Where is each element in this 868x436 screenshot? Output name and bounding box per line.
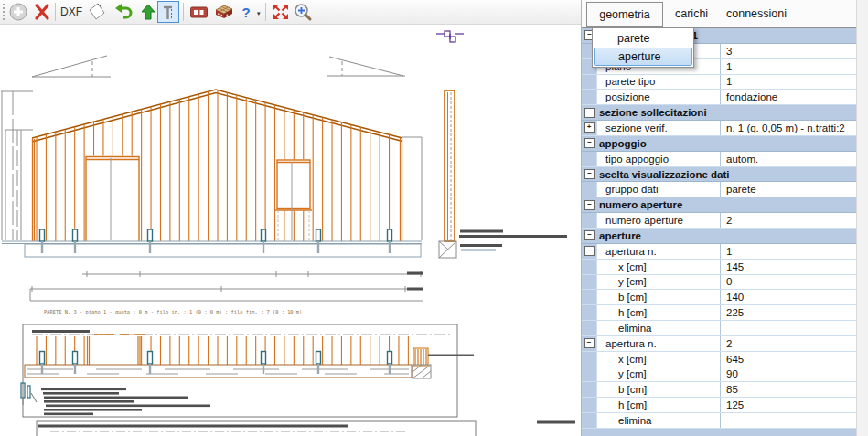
grid-row-elimina[interactable]: elimina <box>582 413 856 429</box>
connector-symbol-icon <box>436 31 464 42</box>
grid-row-tipo-appoggio[interactable]: tipo appoggioautom. <box>582 152 856 167</box>
tab-carichi[interactable]: carichi <box>675 0 708 27</box>
tab-connessioni[interactable]: connessioni <box>726 0 787 27</box>
undo-button[interactable] <box>113 1 134 23</box>
row-value[interactable]: 145 <box>721 261 856 272</box>
expander-icon[interactable]: − <box>584 338 595 348</box>
row-value[interactable]: parete <box>721 184 856 195</box>
expander-icon[interactable]: − <box>584 230 595 240</box>
help-dropdown-arrow-icon[interactable]: ▾ <box>257 10 261 17</box>
grid-row-posizione[interactable]: posizionefondazione <box>582 90 856 105</box>
grid-row-appoggio[interactable]: −appoggio <box>582 136 856 152</box>
row-value[interactable]: 90 <box>721 368 856 379</box>
grid-row-numero-aperture[interactable]: −numero aperture <box>582 197 856 213</box>
window-opening <box>275 160 312 210</box>
delete-icon <box>32 2 52 22</box>
menu-item-aperture[interactable]: aperture <box>594 48 692 66</box>
row-margin <box>582 413 597 428</box>
row-value[interactable]: 1 <box>721 61 856 72</box>
tab-geometria[interactable]: geometria <box>586 2 663 27</box>
row-value[interactable]: 645 <box>721 354 856 365</box>
row-label: apertura n. <box>597 244 721 259</box>
section-label: scelta visualizzazione dati <box>599 169 730 180</box>
grid-row-scelta-visualizzazione-dati[interactable]: −scelta visualizzazione dati <box>582 167 856 183</box>
row-value[interactable]: 225 <box>721 307 856 318</box>
floor-slab-icon <box>213 2 234 22</box>
row-value[interactable]: 125 <box>721 399 856 410</box>
undo-icon <box>113 2 134 22</box>
floor-view-button[interactable] <box>212 1 234 23</box>
grid-row-aperture[interactable]: −aperture <box>582 229 856 244</box>
row-value[interactable]: 140 <box>721 292 856 303</box>
row-label: b [cm] <box>597 382 721 397</box>
row-value[interactable]: n. 1 (q. 0,05 m) - n.tratti:2 <box>721 122 856 133</box>
row-value[interactable]: autom. <box>721 154 856 165</box>
expander-icon[interactable]: − <box>584 169 595 179</box>
toolbar-grip[interactable] <box>3 4 5 20</box>
help-button[interactable]: ? <box>238 1 254 23</box>
grid-row-h-cm-[interactable]: h [cm]225 <box>582 305 856 321</box>
property-grid: −parete n. 3 - piano 1parete n.3piano1pa… <box>582 27 856 436</box>
row-label: x [cm] <box>597 352 721 367</box>
row-value[interactable]: fondazione <box>721 91 856 102</box>
expander-icon[interactable]: − <box>584 138 595 148</box>
fullscreen-button[interactable] <box>270 1 292 23</box>
grid-row-y-cm-[interactable]: y [cm]90 <box>582 367 856 383</box>
grid-row-h-cm-[interactable]: h [cm]125 <box>582 398 856 413</box>
note-text-bars <box>41 388 210 416</box>
drawing-canvas[interactable]: PARETE N. 3 - piano 1 - quota : 0 m - fi… <box>0 0 581 436</box>
plan-detail-box <box>21 324 474 417</box>
annotation-bars <box>407 230 567 291</box>
grid-row-b-cm-[interactable]: b [cm]140 <box>582 290 856 305</box>
row-label: h [cm] <box>597 398 721 412</box>
grid-row-x-cm-[interactable]: x [cm]145 <box>582 260 856 275</box>
row-margin <box>582 398 597 412</box>
roof-slope-diagram-right <box>327 57 405 76</box>
row-label: sezione verif. <box>597 121 721 135</box>
grid-row-numero-aperture[interactable]: numero aperture2 <box>582 213 856 229</box>
foundation-block <box>439 241 456 258</box>
dxf-export-button[interactable] <box>85 1 107 23</box>
row-value[interactable]: 1 <box>721 246 856 257</box>
row-value[interactable]: 2 <box>721 215 856 226</box>
row-margin <box>582 290 597 304</box>
grid-row-x-cm-[interactable]: x [cm]645 <box>582 352 856 367</box>
plan-section-detail <box>413 348 474 378</box>
row-value[interactable]: 1 <box>721 76 856 87</box>
row-margin <box>582 305 597 320</box>
grid-row-y-cm-[interactable]: y [cm]0 <box>582 275 856 291</box>
plan-detail-box-2 <box>37 421 575 436</box>
base-foundation <box>2 241 422 257</box>
grid-row-sezione-verif-[interactable]: +sezione verif.n. 1 (q. 0,05 m) - n.trat… <box>582 121 856 136</box>
row-label: posizione <box>597 90 721 104</box>
dxf-button[interactable]: DXF <box>58 1 85 23</box>
row-label: elimina <box>597 413 721 428</box>
zoom-fit-button[interactable] <box>292 1 314 23</box>
panel-gutter <box>856 0 868 436</box>
move-up-button[interactable] <box>137 1 159 23</box>
grid-row-sezione-sollecitazioni[interactable]: −sezione sollecitazioni <box>582 105 856 121</box>
screw-tool-button[interactable] <box>157 1 179 23</box>
row-label: x [cm] <box>597 260 721 274</box>
row-value[interactable]: 2 <box>721 338 856 349</box>
row-value[interactable]: 85 <box>721 384 856 395</box>
grid-row-apertura-n-[interactable]: −apertura n.1 <box>582 244 856 260</box>
add-button[interactable] <box>7 1 29 23</box>
row-value[interactable]: 3 <box>721 46 856 57</box>
expander-icon[interactable]: − <box>584 200 595 210</box>
expander-icon[interactable]: − <box>584 246 595 256</box>
row-margin: − <box>582 244 597 259</box>
grid-row-elimina[interactable]: elimina <box>582 321 856 336</box>
grid-row-b-cm-[interactable]: b [cm]85 <box>582 382 856 398</box>
delete-button[interactable] <box>31 1 53 23</box>
main-toolbar: DXF <box>0 0 581 25</box>
row-value[interactable]: 0 <box>721 276 856 287</box>
expander-icon[interactable]: − <box>584 108 595 118</box>
row-margin <box>582 382 597 397</box>
menu-item-parete[interactable]: parete <box>594 29 692 48</box>
expander-icon[interactable]: + <box>584 122 595 133</box>
grid-row-gruppo-dati[interactable]: gruppo datiparete <box>582 182 856 197</box>
grid-row-parete-tipo[interactable]: parete tipo1 <box>582 75 856 90</box>
grid-row-apertura-n-[interactable]: −apertura n.2 <box>582 336 856 352</box>
wall-view-button[interactable] <box>188 1 209 23</box>
